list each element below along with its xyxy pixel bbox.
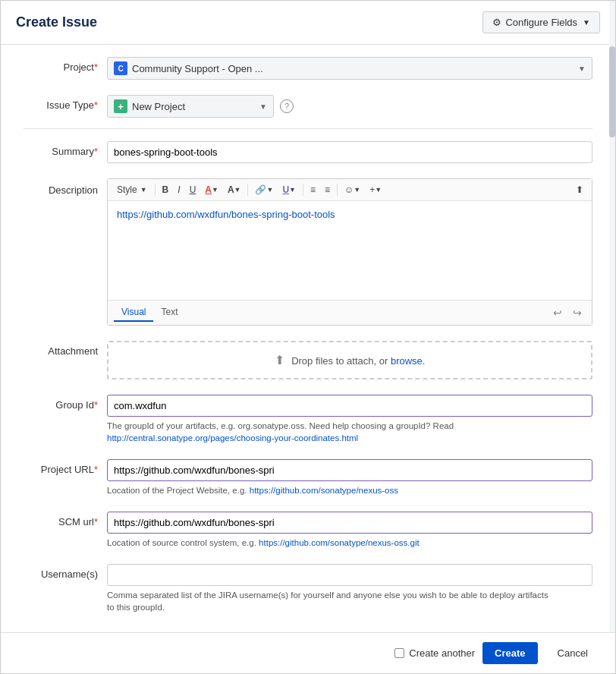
tab-visual[interactable]: Visual — [114, 304, 153, 322]
project-icon: C — [114, 61, 127, 75]
plus-icon: + — [369, 184, 375, 195]
issue-type-row-inner: + New Project ▼ ? — [107, 95, 592, 118]
description-toolbar: Style ▼ B I U A ▼ A ▼ — [108, 179, 592, 201]
usernames-label: Username(s) — [24, 564, 107, 580]
create-button[interactable]: Create — [482, 642, 537, 664]
group-id-hint-link[interactable]: http://central.sonatype.org/pages/choosi… — [107, 433, 358, 443]
project-field: C Community Support - Open ... ▼ — [107, 57, 592, 80]
upload-icon: ⬆ — [275, 353, 284, 367]
new-project-icon: + — [114, 99, 127, 113]
create-issue-modal: Create Issue ⚙ Configure Fields ▼ Projec… — [0, 0, 616, 674]
configure-fields-label: Configure Fields — [505, 17, 577, 28]
configure-fields-button[interactable]: ⚙ Configure Fields ▼ — [482, 11, 600, 33]
usernames-hint: Comma separated list of the JIRA usernam… — [107, 589, 592, 613]
modal-title: Create Issue — [16, 14, 97, 30]
create-another-label[interactable]: Create another — [394, 647, 475, 659]
link-icon: 🔗 — [255, 184, 266, 195]
usernames-row: Username(s) Comma separated list of the … — [24, 559, 592, 613]
scrollbar-track[interactable] — [609, 1, 615, 673]
required-star: * — [94, 61, 98, 73]
emoji-icon: ☺ — [344, 184, 354, 195]
scm-url-hint: Location of source control system, e.g. … — [107, 537, 592, 549]
toolbar-separator-1 — [155, 184, 156, 196]
scm-url-field: Location of source control system, e.g. … — [107, 512, 592, 549]
attachment-row: Attachment ⬆ Drop files to attach, or br… — [24, 336, 592, 380]
description-field: Style ▼ B I U A ▼ A ▼ — [107, 178, 592, 326]
chevron-down-icon-4: ▼ — [212, 186, 218, 194]
toolbar-separator-3 — [303, 184, 303, 196]
description-link[interactable]: https://github.com/wxdfun/bones-spring-b… — [117, 209, 335, 220]
modal-body: Project* C Community Support - Open ... … — [1, 45, 615, 667]
chevron-down-icon-9: ▼ — [375, 186, 382, 194]
description-label: Description — [24, 178, 107, 196]
description-content-area[interactable]: https://github.com/wxdfun/bones-spring-b… — [108, 201, 592, 300]
insert-button[interactable]: + ▼ — [366, 182, 385, 197]
required-star-3: * — [94, 146, 98, 157]
group-id-input[interactable] — [107, 395, 592, 417]
usernames-field: Comma separated list of the JIRA usernam… — [107, 564, 592, 613]
section-divider — [24, 128, 592, 129]
project-row: Project* C Community Support - Open ... … — [24, 52, 592, 80]
attachment-dropzone[interactable]: ⬆ Drop files to attach, or browse. — [107, 341, 592, 380]
collapse-button[interactable]: ⬆ — [572, 182, 587, 197]
required-star-5: * — [94, 464, 98, 475]
highlight-button[interactable]: U ▼ — [278, 182, 300, 197]
group-id-field: The groupId of your artifacts, e.g. org.… — [107, 395, 592, 444]
attachment-field: ⬆ Drop files to attach, or browse. — [107, 341, 592, 380]
summary-row: Summary* — [24, 137, 592, 163]
chevron-down-icon-3: ▼ — [140, 186, 147, 194]
bullet-list-button[interactable]: ≡ — [306, 182, 319, 197]
issue-type-field: + New Project ▼ ? — [107, 95, 592, 118]
text-color-button[interactable]: A ▼ — [201, 182, 222, 197]
description-tabs: Visual Text — [114, 304, 185, 322]
configure-fields-arrow: ▼ — [583, 18, 590, 27]
collapse-icon: ⬆ — [576, 184, 583, 195]
project-url-input[interactable] — [107, 459, 592, 481]
create-another-text: Create another — [409, 647, 475, 659]
project-url-label: Project URL* — [24, 459, 107, 475]
project-url-hint-link[interactable]: https://github.com/sonatype/nexus-oss — [250, 486, 398, 495]
scm-url-label: SCM url* — [24, 512, 107, 528]
cancel-button[interactable]: Cancel — [545, 642, 600, 664]
undo-button[interactable]: ↩ — [549, 305, 566, 320]
group-id-label: Group Id* — [24, 395, 107, 411]
issue-type-row: Issue Type* + New Project ▼ ? — [24, 90, 592, 118]
format-button[interactable]: A ▼ — [224, 182, 245, 197]
underline-button[interactable]: U — [186, 182, 200, 197]
summary-field — [107, 141, 592, 163]
italic-button[interactable]: I — [174, 182, 184, 197]
browse-link[interactable]: browse. — [391, 355, 426, 367]
help-icon[interactable]: ? — [280, 99, 294, 113]
toolbar-separator-4 — [337, 184, 338, 196]
project-url-row: Project URL* Location of the Project Web… — [24, 455, 592, 496]
scm-url-input[interactable] — [107, 512, 592, 534]
issue-type-value: New Project — [132, 101, 185, 112]
required-star-4: * — [94, 399, 98, 411]
bold-button[interactable]: B — [159, 182, 173, 197]
summary-label: Summary* — [24, 141, 107, 157]
chevron-down-icon-5: ▼ — [234, 186, 241, 194]
scrollbar-thumb[interactable] — [609, 46, 615, 137]
modal-header: Create Issue ⚙ Configure Fields ▼ — [1, 1, 615, 45]
attachment-text: Drop files to attach, or — [291, 355, 388, 367]
usernames-input[interactable] — [107, 564, 592, 586]
chevron-down-icon-8: ▼ — [354, 186, 360, 194]
project-label: Project* — [24, 57, 107, 73]
summary-input[interactable] — [107, 141, 592, 163]
redo-button[interactable]: ↪ — [569, 305, 586, 320]
link-button[interactable]: 🔗 ▼ — [251, 182, 277, 197]
chevron-down-icon: ▼ — [578, 65, 586, 73]
required-star-6: * — [94, 516, 98, 528]
project-select[interactable]: C Community Support - Open ... ▼ — [107, 57, 592, 80]
style-dropdown-button[interactable]: Style ▼ — [112, 182, 152, 197]
description-actions: ↩ ↪ — [549, 305, 586, 320]
emoji-button[interactable]: ☺ ▼ — [341, 182, 364, 197]
description-row: Description Style ▼ B I U — [24, 174, 592, 326]
chevron-down-icon-2: ▼ — [259, 102, 267, 111]
numbered-list-button[interactable]: ≡ — [321, 182, 334, 197]
issue-type-select[interactable]: + New Project ▼ — [107, 95, 274, 118]
create-another-checkbox[interactable] — [394, 648, 404, 658]
scm-url-hint-link[interactable]: https://github.com/sonatype/nexus-oss.gi… — [259, 538, 420, 547]
project-url-field: Location of the Project Website, e.g. ht… — [107, 459, 592, 496]
tab-text[interactable]: Text — [153, 304, 185, 322]
